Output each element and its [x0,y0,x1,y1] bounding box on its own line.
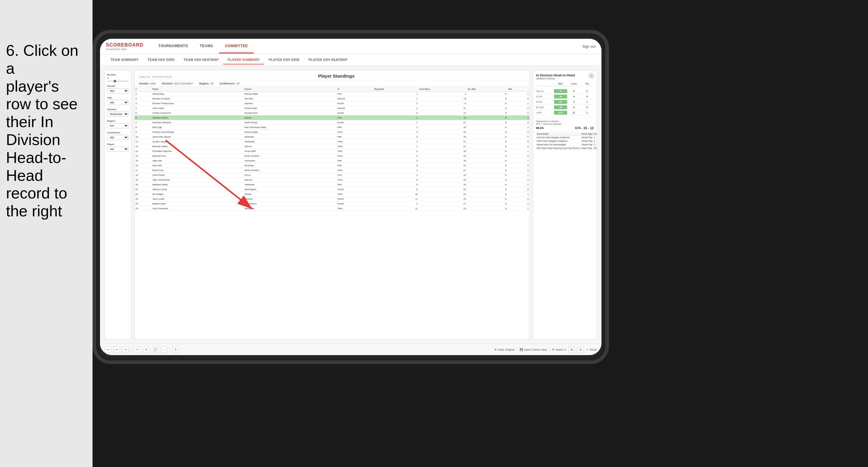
share-button[interactable]: ↗ Share [586,348,597,351]
table-row[interactable]: 10 Jacob Mac Diesen Arkansas Fifth 3 25 … [135,134,529,139]
nav-tab-teams[interactable]: TEAMS [194,39,219,54]
undo2-button[interactable]: ↩ [114,346,120,353]
sub-tab-player-summary[interactable]: PLAYER SUMMARY [223,56,264,64]
table-row[interactable]: 18 Luke Powell UCLA First 4 24 8 1 [135,173,529,178]
tournament-row: Mirabel Maui Jim Intercollegiate Stroke … [536,143,597,147]
no-rds-slider[interactable] [107,81,129,82]
table-row[interactable]: 24 Bastien Amat New Mexico Fourth 1 27 8… [135,201,529,206]
cell-conf-rank: 30 [418,149,467,154]
table-row[interactable]: 23 Jack Lundin Missouri Fourth 11 24 8 0 [135,197,529,201]
table-row[interactable]: 25 Cole Sherwood Vanderbilt Third 12 23 … [135,206,529,211]
sub-tab-player-h2h-heatmap[interactable]: PLAYER H2H HEATMAP [304,56,352,64]
cell-conf-rank: 23 [418,187,467,192]
cell-conf-rank: 21 [418,139,467,144]
h2h-row-label: 51-100 [536,106,554,108]
sub-tab-team-summary[interactable]: TEAM SUMMARY [106,56,143,64]
cell-conf-rank: 24 [418,192,467,197]
table-row[interactable]: 2 Michael La Sasso Ole Miss Second 1 19 … [135,96,529,101]
table-row[interactable]: 1 Wenyi Ding Arizona State First 1 1 8 1 [135,92,529,96]
cell-num: 25 [135,206,152,211]
table-row[interactable]: 5 Christo Lamprecht Georgia Tech Fourth … [135,111,529,116]
tablet-screen: SCOREBOARD Powered by clipd TOURNAMENTS … [100,39,601,355]
toolbar-btn-b[interactable]: ⊡ [577,346,584,353]
conference-val: All [237,82,239,85]
cell-num: 23 [135,197,152,201]
table-row[interactable]: 11 Gordon Sargent Vanderbilt Third 4 21 … [135,139,529,144]
h2h-tie-cell: 1 [581,100,594,103]
tournament-col-name: Tournament [536,132,581,136]
cell-num: 19 [135,178,152,182]
cell-rds: 8 [467,206,507,211]
copy-button[interactable]: ⎘ [143,346,150,353]
pct-value: 98.1% [536,127,544,129]
gender-select[interactable]: Men [107,88,129,93]
cell-rds: 8 [467,192,507,197]
table-row[interactable]: 16 Alex Goff Kentucky Fifth 8 19 8 0 [135,163,529,168]
table-row[interactable]: 6 Jackson Koivun Auburn First 1 16 8 1 [135,116,529,120]
table-row[interactable]: 19 Tiger Christensen Arizona Third 8 23 … [135,178,529,182]
cell-yr: Fifth [336,163,373,168]
filter-region: Region N/A [107,120,129,128]
cell-school: Kentucky [244,163,336,168]
nav-tab-tournaments[interactable]: TOURNAMENTS [153,39,194,54]
nav-tab-committee[interactable]: COMMITTEE [219,39,254,54]
h2h-win-cell: 578 [554,111,567,115]
sign-out-link[interactable]: Sign out [582,44,595,49]
cell-conf-rank: 1 [418,92,467,96]
player-select[interactable]: (All) [107,147,129,152]
cell-win: 1 [507,116,529,120]
region-select[interactable]: N/A [107,123,129,128]
table-row[interactable]: 20 Matthew Riedel Vanderbilt Fifth 5 24 … [135,182,529,187]
cell-rds: 8 [467,144,507,149]
table-row[interactable]: 12 Brendan Valles Auburn Third 1 27 8 0 [135,144,529,149]
table-row[interactable]: 4 Luke Claton Florida State Second 1 27 … [135,106,529,111]
region-filter-label: Region [107,120,129,122]
save-custom-button[interactable]: 💾 Save Custom View [520,348,547,351]
cell-win: 1 [507,192,529,197]
conference-select[interactable]: (All) [107,135,129,140]
tablet-frame: SCOREBOARD Powered by clipd TOURNAMENTS … [93,30,609,364]
undo-button[interactable]: ↩ [104,346,111,353]
h2h-close-button[interactable]: ✕ [589,73,594,78]
division-select[interactable]: NCAA Division I [107,112,129,117]
cell-conf-rank: 21 [418,168,467,173]
sub-tab-team-h2h-heatmap[interactable]: TEAM H2H HEATMAP [179,56,223,64]
cell-rds: 8 [467,178,507,182]
cell-num: 2 [135,96,152,101]
cell-reg-rank: 2 [373,111,418,116]
h2h-data-row: 11-25 20 9 5 [536,94,594,99]
table-row[interactable]: 17 David Ford North Carolina Third 4 21 … [135,168,529,173]
table-row[interactable]: 22 Ian Gilligan Florida Third 10 24 8 1 [135,192,529,197]
cell-player: Michael La Sasso [152,96,244,101]
slider-handle[interactable] [114,80,116,82]
table-row[interactable]: 9 Preston Summerhays Arizona State Third… [135,130,529,134]
table-row[interactable]: 7 Nicholas Gabrelcik North Florida Fourt… [135,120,529,125]
cell-school: Washington [244,187,336,192]
cell-school: Arizona State [244,92,336,96]
table-row[interactable]: 13 Phichaksn Maichon Texas A&M Third 6 3… [135,149,529,154]
cell-school: Texas A&M [244,149,336,154]
redo-button[interactable]: ↪ [122,346,129,353]
table-row[interactable]: 8 Mats Ege East Tennessee State Fifth 1 … [135,125,529,130]
table-row[interactable]: 3 Michael Thorbjornsen Stanford Fourth 2… [135,101,529,106]
table-row[interactable]: 14 Maxwell Ford North Carolina Third 3 2… [135,154,529,158]
cell-player: Bastien Amat [152,201,244,206]
paste-button[interactable]: 📋 [152,346,158,353]
sub-tab-player-h2h-grid[interactable]: PLAYER H2H GRID [264,56,304,64]
view-original-button[interactable]: 👁 View: Original [494,348,515,351]
table-row[interactable]: 21 Taehoon Song Washington Fourth 6 23 8… [135,187,529,192]
h2h-tie-cell: 1 [581,111,594,114]
cell-school: Florida [244,192,336,197]
year-select[interactable]: (All) [107,100,129,105]
toolbar-btn-a[interactable]: ⊞ [568,346,575,353]
sub-tab-team-h2h-grid[interactable]: TEAM H2H GRID [143,56,179,64]
cell-yr: Fifth [336,158,373,163]
table-row[interactable]: 15 Jake Hall Tennessee Fifth 3 26 8 1 [135,158,529,163]
watch-button[interactable]: 👁 Watch ▾ [552,348,566,351]
cell-conf-rank: 27 [418,106,467,111]
more-button[interactable]: ⋯ [161,346,167,353]
refresh-button[interactable]: ↻ [173,346,179,353]
cut-button[interactable]: ✂ [134,346,141,353]
h2h-data-row: >100 578 11 1 [536,110,594,116]
filter-no-rds: No Rds. 6 [107,73,129,82]
